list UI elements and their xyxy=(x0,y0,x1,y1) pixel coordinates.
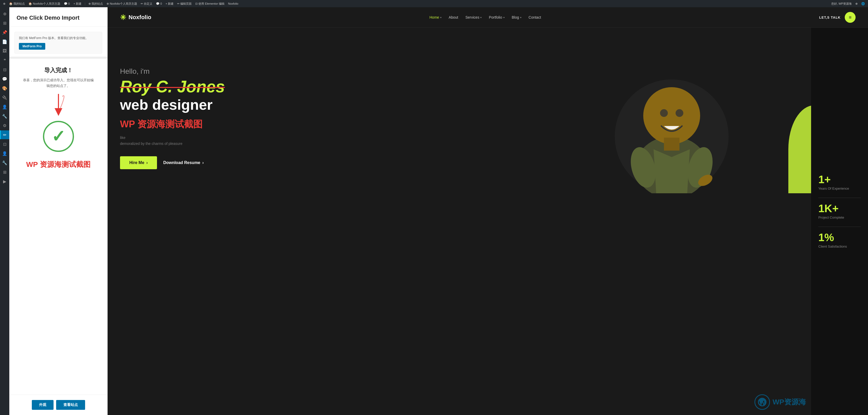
sidebar-wrench[interactable]: 🔧 xyxy=(0,158,9,167)
edit-page-admin[interactable]: ✏ 编辑页面 xyxy=(176,2,193,6)
hero-buttons: Hire Me › Download Resume › xyxy=(120,156,488,169)
hero-name-text: Roy C. Jones xyxy=(120,77,225,96)
blog-chevron-icon: ▾ xyxy=(520,16,521,19)
site-logo: ✳ Noxfolio xyxy=(120,13,151,22)
sidebar-customizer[interactable]: ✏ xyxy=(0,130,9,139)
sidebar-panel: One Click Demo Import 我们有 MetForm Pro 版本… xyxy=(9,7,107,415)
wp-logo-admin[interactable]: ⊕ xyxy=(2,2,6,5)
panel-watermark: WP 资源海测试截图 xyxy=(26,160,90,170)
menu-hamburger-button[interactable]: ≡ xyxy=(845,12,856,23)
customize-admin[interactable]: ✏ 自定义 xyxy=(140,2,153,6)
site-navbar: ✳ Noxfolio Home ▾ About Services ▾ Portf… xyxy=(107,7,868,28)
stat-clients-label: Client Satisfactions xyxy=(818,244,861,248)
hero-watermark: WP 资源海测试截图 xyxy=(120,118,488,131)
red-arrow-icon xyxy=(52,94,65,118)
home-chevron-icon: ▾ xyxy=(440,16,441,19)
panel-buttons: 外观 查看站点 xyxy=(9,394,107,415)
nav-contact[interactable]: Contact xyxy=(529,15,541,20)
svg-point-9 xyxy=(676,109,683,117)
sidebar-quotes[interactable]: ❝ xyxy=(0,56,9,65)
bottom-watermark: WP资源海 xyxy=(754,394,806,410)
main-wrapper: One Click Demo Import 我们有 MetForm Pro 版本… xyxy=(9,7,868,415)
panel-header: One Click Demo Import xyxy=(9,7,107,27)
stat-projects-number: 1K+ xyxy=(818,203,861,214)
stat-clients-number: 1% xyxy=(818,232,861,243)
sidebar-comments[interactable]: 💬 xyxy=(0,75,9,83)
new-admin[interactable]: + 新建 xyxy=(72,2,83,6)
hero-title: web designer xyxy=(120,97,488,113)
sidebar-pin[interactable]: 📌 xyxy=(0,28,9,37)
hero-image-area xyxy=(488,43,856,193)
sidebar-tools[interactable]: 🔧 xyxy=(0,112,9,121)
metform-notice: 我们有 MetForm Pro 版本。查看我们的专业功能。 MetForm Pr… xyxy=(14,32,102,53)
portfolio-chevron-icon: ▾ xyxy=(503,16,505,19)
sidebar-settings[interactable]: ⚙ xyxy=(0,121,9,130)
hero-text: Hello, i'm Roy C. Jones web designer WP … xyxy=(120,67,488,170)
theme-admin[interactable]: 🏠 Noxfolio个人简历主题 xyxy=(27,2,61,6)
stat-experience-number: 1+ xyxy=(818,174,861,185)
view-site-button[interactable]: 查看站点 xyxy=(56,400,85,410)
hero-greeting: Hello, i'm xyxy=(120,67,488,76)
stat-projects-label: Project Complete xyxy=(818,215,861,219)
comments-admin2[interactable]: 💬 0 xyxy=(155,2,163,5)
stat-clients: 1% Client Satisfactions xyxy=(818,227,861,248)
success-desc: 恭喜，您的演示已成功导入。您现在可以开始编辑您的站点了。 xyxy=(22,77,95,89)
nav-services[interactable]: Services ▾ xyxy=(465,15,482,20)
sidebar-puzzle[interactable]: ⊞ xyxy=(0,168,9,176)
sidebar-layers[interactable]: ⊟ xyxy=(0,65,9,74)
sidebar-avatar[interactable]: 👤 xyxy=(0,149,9,158)
logo-asterisk-icon: ✳ xyxy=(120,13,126,22)
admin-bar: ⊕ 🏠 我的站点 🏠 Noxfolio个人简历主题 💬 0 + 新建 | ⊕ 我… xyxy=(0,0,868,7)
nav-about[interactable]: About xyxy=(449,15,458,20)
theme-admin2[interactable]: ⊕ Noxfolio个人简历主题 xyxy=(105,2,138,6)
admin-bar-right: 您好, WP资源海 ⊕ 🌐 xyxy=(830,2,866,6)
lang-icon-admin[interactable]: 🌐 xyxy=(860,2,866,5)
hero-name: Roy C. Jones xyxy=(120,78,488,96)
sidebar-appearance[interactable]: 🎨 xyxy=(0,84,9,93)
comments-admin[interactable]: 💬 0 xyxy=(63,2,71,5)
hire-me-button[interactable]: Hire Me › xyxy=(120,156,157,169)
new-admin2[interactable]: + 新建 xyxy=(164,2,175,6)
hero-person-image xyxy=(623,59,721,193)
site-content: ✳ Noxfolio Home ▾ About Services ▾ Portf… xyxy=(107,7,868,415)
logo-text: Noxfolio xyxy=(128,14,151,21)
sidebar-play[interactable]: ▶ xyxy=(0,177,9,186)
download-resume-button[interactable]: Download Resume › xyxy=(163,160,204,165)
stat-experience: 1+ Years Of Experience xyxy=(818,174,861,190)
services-chevron-icon: ▾ xyxy=(480,16,482,19)
svg-point-8 xyxy=(660,109,668,117)
wp-watermark-logo xyxy=(754,394,770,410)
nav-right: LET,S TALK ≡ xyxy=(819,12,856,23)
sidebar-wp-logo[interactable]: ⊕ xyxy=(0,9,9,18)
metform-button[interactable]: MetForm Pro xyxy=(19,43,45,50)
sidebar-users[interactable]: 👤 xyxy=(0,102,9,111)
site-navigation: Home ▾ About Services ▾ Portfolio ▾ Blog… xyxy=(430,15,541,20)
my-site-admin2[interactable]: ⊕ 我的站点 xyxy=(87,2,104,6)
stats-panel: 1+ Years Of Experience 1K+ Project Compl… xyxy=(811,7,868,415)
stat-experience-label: Years Of Experience xyxy=(818,186,861,190)
wp-icon-admin[interactable]: ⊕ xyxy=(854,2,859,5)
site-name-admin[interactable]: Noxfolio xyxy=(227,2,240,5)
resume-arrow-icon: › xyxy=(202,160,204,165)
wp-watermark-text: WP资源海 xyxy=(773,397,806,407)
nav-blog[interactable]: Blog ▾ xyxy=(512,15,521,20)
success-section: 导入完成！ 恭喜，您的演示已成功导入。您现在可以开始编辑您的站点了。 WP 资源… xyxy=(9,57,107,177)
sidebar-plugins[interactable]: 🔌 xyxy=(0,93,9,102)
lets-talk-label[interactable]: LET,S TALK xyxy=(819,16,841,20)
greeting-admin: 您好, WP资源海 xyxy=(830,2,853,6)
svg-rect-4 xyxy=(664,138,679,151)
sidebar-pages[interactable]: 📄 xyxy=(0,37,9,46)
nav-portfolio[interactable]: Portfolio ▾ xyxy=(489,15,504,20)
exterior-button[interactable]: 外观 xyxy=(32,400,54,410)
sidebar-media[interactable]: 🖼 xyxy=(0,47,9,55)
sidebar-dashboard[interactable]: ⊞ xyxy=(0,19,9,27)
my-site-admin[interactable]: 🏠 我的站点 xyxy=(8,2,26,6)
hero-description: like demoralized by the charms of pleasu… xyxy=(120,135,223,147)
elementor-admin[interactable]: ⊡ 使用 Elementor 编辑 xyxy=(194,2,225,6)
success-title: 导入完成！ xyxy=(44,66,73,74)
success-checkmark xyxy=(43,121,74,152)
hire-arrow-icon: › xyxy=(146,160,148,165)
sidebar-elementor[interactable]: ⊡ xyxy=(0,140,9,149)
nav-home[interactable]: Home ▾ xyxy=(430,15,441,20)
wp-sidebar: ⊕ ⊞ 📌 📄 🖼 ❝ ⊟ 💬 🎨 🔌 👤 🔧 ⚙ ✏ ⊡ 👤 🔧 ⊞ ▶ xyxy=(0,7,9,415)
